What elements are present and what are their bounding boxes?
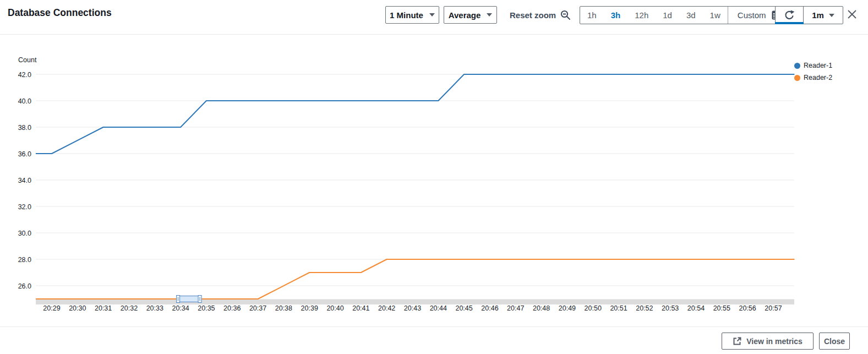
x-tick-label: 20:41 [352,304,369,312]
zoom-out-icon [560,10,571,20]
x-tick-label: 20:50 [585,304,602,312]
series-line-reader-2 [36,259,794,299]
legend-item-reader-1[interactable]: Reader-1 [794,59,832,72]
refresh-interval-value: 1m [812,10,824,20]
y-tick-label: 30.0 [18,230,31,237]
chevron-down-icon [429,13,435,17]
period-select-value: 1 Minute [390,10,423,20]
refresh-button[interactable] [776,7,804,24]
y-tick-label: 32.0 [18,203,31,211]
y-tick-label: 42.0 [18,71,31,79]
page-title: Database Connections [8,7,112,19]
x-tick-label: 20:29 [43,304,60,312]
chevron-down-icon [829,14,834,17]
y-tick-label: 40.0 [18,97,31,105]
x-tick-label: 20:48 [533,304,550,312]
time-range-group: 1h 3h 12h 1d 3d 1w Custom [580,6,788,24]
y-tick-label: 34.0 [18,177,31,184]
close-icon [847,9,858,20]
x-tick-label: 20:49 [559,304,576,312]
legend-item-reader-2[interactable]: Reader-2 [794,72,832,84]
footer-divider [0,326,868,327]
legend-dot-reader-1 [794,63,800,69]
x-tick-label: 20:44 [430,304,447,312]
time-range-1d[interactable]: 1d [656,7,679,24]
x-tick-label: 20:33 [146,304,163,312]
refresh-icon [783,9,795,21]
y-tick-label: 26.0 [18,282,31,290]
close-button-label: Close [824,337,845,346]
time-range-3h[interactable]: 3h [604,7,628,24]
legend-label-reader-1: Reader-1 [804,62,832,69]
x-tick-label: 20:55 [713,304,730,312]
chevron-down-icon [487,13,492,17]
period-select[interactable]: 1 Minute [385,6,439,24]
time-range-1h[interactable]: 1h [580,7,604,24]
y-tick-label: 36.0 [18,150,31,158]
x-tick-label: 20:37 [249,304,266,312]
chart-canvas[interactable]: 42.040.038.036.034.032.030.028.026.0Coun… [0,50,868,325]
reset-zoom-button[interactable]: Reset zoom [510,6,571,24]
x-tick-label: 20:51 [610,304,627,312]
external-link-icon [733,336,742,346]
x-tick-label: 20:53 [662,304,679,312]
x-tick-label: 20:45 [455,304,472,312]
y-tick-label: 38.0 [18,124,31,132]
refresh-interval-select[interactable]: 1m [804,7,843,24]
close-button[interactable]: Close [819,333,850,350]
statistic-select-value: Average [449,10,481,20]
x-tick-label: 20:31 [95,304,112,312]
legend-label-reader-2: Reader-2 [804,74,832,81]
time-range-12h[interactable]: 12h [627,7,656,24]
x-tick-label: 20:38 [275,304,292,312]
x-tick-label: 20:46 [481,304,498,312]
time-range-3d[interactable]: 3d [679,7,703,24]
view-in-metrics-button[interactable]: View in metrics [722,333,814,350]
view-in-metrics-label: View in metrics [746,337,803,346]
x-tick-label: 20:56 [739,304,756,312]
x-tick-label: 20:36 [223,304,241,312]
statistic-select[interactable]: Average [444,6,497,24]
refresh-group: 1m [775,6,843,24]
y-tick-label: 28.0 [18,256,31,264]
header-divider [0,34,868,35]
x-tick-label: 20:42 [378,304,395,312]
x-tick-label: 20:32 [121,304,138,312]
x-tick-label: 20:39 [301,304,318,312]
custom-range-label: Custom [738,10,766,20]
x-tick-label: 20:35 [198,304,215,312]
legend-dot-reader-2 [794,75,800,81]
time-range-1w[interactable]: 1w [703,7,728,24]
x-tick-label: 20:47 [507,304,524,312]
series-line-reader-1 [36,74,794,154]
x-tick-label: 20:40 [326,304,343,312]
x-tick-label: 20:43 [404,304,421,312]
x-tick-label: 20:30 [69,304,86,312]
x-tick-label: 20:57 [765,304,782,312]
x-tick-label: 20:52 [636,304,653,312]
x-tick-label: 20:54 [687,304,705,312]
reset-zoom-label: Reset zoom [510,10,556,20]
x-tick-label: 20:34 [172,304,189,312]
zoom-scrollbar-thumb[interactable] [177,296,201,302]
chart-legend: Reader-1 Reader-2 [794,59,832,84]
y-axis-title: Count [18,56,37,64]
modal-close-button[interactable] [846,8,858,20]
chart-zoom-scrollbar[interactable] [36,299,794,305]
